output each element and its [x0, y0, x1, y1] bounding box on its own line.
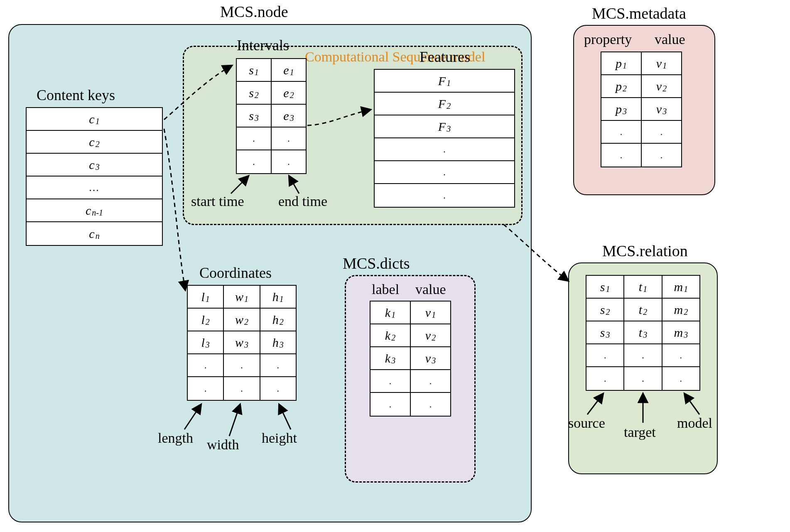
start-time-label: start time: [191, 194, 244, 209]
content-keys-title: Content keys: [37, 86, 115, 104]
features-title: Features: [420, 48, 470, 66]
dot-cell: .: [586, 344, 624, 366]
data-cell: m3: [662, 321, 699, 343]
dot-cell: .: [642, 121, 681, 143]
data-cell: l1: [188, 286, 224, 308]
table-row: s3e3: [237, 105, 306, 127]
table-row: s2t2m2: [586, 299, 699, 321]
data-cell: w1: [224, 286, 260, 308]
dicts-table: k1v1k2v2k3v3....: [370, 301, 451, 417]
ellipsis-cell: ...: [27, 177, 162, 199]
target-label: target: [624, 424, 656, 440]
table-row: ...: [188, 377, 296, 400]
table-row: ..: [370, 370, 450, 393]
dot-cell: .: [260, 377, 296, 400]
mcs-dicts-title: MCS.dicts: [343, 254, 410, 272]
dot-cell: .: [224, 354, 260, 376]
dot-cell: .: [586, 367, 624, 390]
table-row: s2e2: [237, 82, 306, 105]
table-row: c1: [27, 108, 162, 131]
dot-cell: .: [188, 354, 224, 376]
data-cell: p2: [601, 75, 642, 97]
data-cell: t3: [624, 321, 662, 343]
table-row: ..: [370, 393, 450, 416]
dot-cell: .: [188, 377, 224, 400]
table-row: F2: [375, 93, 514, 115]
data-cell: l3: [188, 331, 224, 353]
relation-table: s1t1m1s2t2m2s3t3m3......: [586, 275, 700, 391]
table-row: ..: [601, 121, 681, 144]
dicts-label-header: label: [372, 282, 399, 297]
dot-cell: .: [260, 354, 296, 376]
data-cell: v1: [411, 302, 450, 324]
dot-cell: .: [375, 161, 514, 183]
coordinates-table: l1w1h1l2w2h2l3w3h3......: [187, 285, 297, 401]
dot-cell: .: [272, 127, 306, 150]
data-cell: v2: [642, 75, 681, 97]
intervals-table: s1e1s2e2s3e3....: [236, 58, 307, 174]
data-cell: k1: [370, 302, 411, 324]
data-cell: v3: [642, 98, 681, 120]
dot-cell: .: [370, 370, 411, 392]
model-label: model: [677, 415, 712, 431]
table-row: c2: [27, 131, 162, 154]
table-row: cn-1: [27, 199, 162, 222]
table-row: cn: [27, 222, 162, 245]
dot-cell: .: [237, 127, 272, 150]
end-time-label: end time: [278, 194, 327, 209]
data-cell: h3: [260, 331, 296, 353]
metadata-table: p1v1p2v2p3v3....: [601, 51, 682, 167]
table-row: .: [375, 161, 514, 184]
mcs-relation-title: MCS.relation: [602, 242, 688, 260]
dot-cell: .: [662, 367, 699, 390]
table-row: ...: [27, 177, 162, 199]
table-row: l1w1h1: [188, 286, 296, 309]
data-cell: F2: [375, 93, 514, 115]
data-cell: p3: [601, 98, 642, 120]
dot-cell: .: [642, 144, 681, 167]
table-row: k2v2: [370, 324, 450, 347]
dot-cell: .: [237, 150, 272, 173]
data-cell: s2: [586, 299, 624, 321]
table-row: l3w3h3: [188, 331, 296, 354]
data-cell: t1: [624, 276, 662, 298]
dot-cell: .: [662, 344, 699, 366]
data-cell: m2: [662, 299, 699, 321]
data-cell: cn: [27, 222, 162, 245]
table-row: p3v3: [601, 98, 681, 121]
table-row: F3: [375, 115, 514, 138]
data-cell: w3: [224, 331, 260, 353]
length-label: length: [158, 430, 193, 446]
intervals-title: Intervals: [237, 37, 289, 54]
data-cell: F1: [375, 70, 514, 92]
data-cell: w2: [224, 309, 260, 331]
table-row: l2w2h2: [188, 309, 296, 331]
data-cell: p1: [601, 52, 642, 74]
mcs-node-title: MCS.node: [220, 2, 288, 21]
source-label: source: [568, 415, 605, 431]
table-row: p1v1: [601, 52, 681, 75]
dot-cell: .: [224, 377, 260, 400]
dicts-value-header: value: [415, 282, 446, 297]
dot-cell: .: [375, 184, 514, 207]
data-cell: s3: [237, 105, 272, 127]
table-row: s1t1m1: [586, 276, 699, 299]
dot-cell: .: [601, 121, 642, 143]
table-row: k3v3: [370, 347, 450, 370]
data-cell: h2: [260, 309, 296, 331]
metadata-property-header: property: [584, 32, 632, 47]
table-row: ...: [188, 354, 296, 377]
data-cell: cn-1: [27, 199, 162, 221]
dot-cell: .: [624, 344, 662, 366]
table-row: ...: [586, 367, 699, 390]
dot-cell: .: [411, 370, 450, 392]
data-cell: h1: [260, 286, 296, 308]
height-label: height: [262, 430, 297, 446]
coordinates-title: Coordinates: [199, 264, 272, 282]
data-cell: e1: [272, 59, 306, 81]
data-cell: v2: [411, 324, 450, 346]
data-cell: k3: [370, 347, 411, 369]
dot-cell: .: [624, 367, 662, 390]
data-cell: s2: [237, 82, 272, 104]
data-cell: e3: [272, 105, 306, 127]
